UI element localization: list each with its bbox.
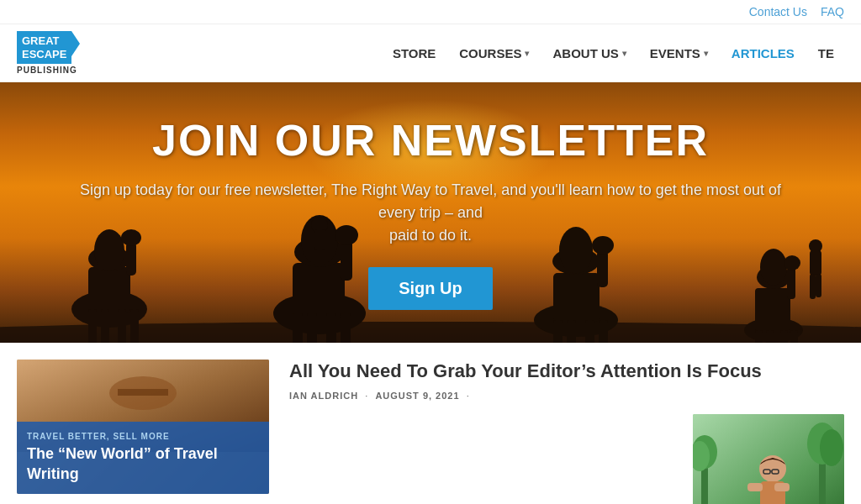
svg-rect-19: [326, 313, 336, 343]
svg-rect-20: [341, 313, 351, 343]
hero-banner: JOIN OUR NEWSLETTER Sign up today for ou…: [0, 82, 861, 343]
article-author: IAN ALDRICH: [289, 391, 358, 401]
svg-rect-44: [810, 250, 821, 276]
nav-te[interactable]: TE: [808, 39, 844, 67]
svg-point-0: [0, 322, 861, 343]
thumbnail-image: [693, 414, 844, 504]
utility-bar: Contact Us FAQ: [0, 0, 861, 24]
featured-article-card[interactable]: TRAVEL BETTER, SELL MORE The “New World”…: [17, 360, 269, 504]
events-chevron-icon: ▾: [704, 49, 708, 58]
featured-article-title: The “New World” of Travel Writing: [27, 444, 259, 484]
about-chevron-icon: ▾: [622, 49, 626, 58]
header: GREAT ESCAPE PUBLISHING STORE COURSES ▾ …: [0, 24, 861, 82]
svg-rect-32: [599, 320, 608, 343]
hero-subtitle: Sign up today for our free newsletter, T…: [69, 179, 792, 247]
nav-store[interactable]: STORE: [383, 39, 446, 67]
article-date: AUGUST 9, 2021: [375, 391, 459, 401]
svg-rect-18: [307, 313, 317, 343]
svg-rect-41: [780, 330, 788, 343]
article-meta: IAN ALDRICH · AUGUST 9, 2021 ·: [289, 391, 844, 401]
contact-link[interactable]: Contact Us: [749, 5, 807, 18]
nav-courses[interactable]: COURSES ▾: [449, 39, 539, 67]
main-article-title[interactable]: All You Need To Grab Your Editor’s Atten…: [289, 360, 844, 384]
svg-rect-39: [755, 330, 763, 343]
hero-title: JOIN OUR NEWSLETTER: [69, 115, 792, 165]
logo-box: GREAT ESCAPE: [17, 31, 71, 64]
logo-line2: ESCAPE: [22, 48, 66, 60]
svg-rect-29: [553, 320, 563, 343]
signup-button[interactable]: Sign Up: [368, 267, 493, 310]
svg-rect-10: [130, 309, 139, 343]
hero-content: JOIN OUR NEWSLETTER Sign up today for ou…: [52, 115, 809, 310]
logo-publishing: PUBLISHING: [17, 66, 77, 75]
nav-events[interactable]: EVENTS ▾: [640, 39, 718, 67]
article-tag: TRAVEL BETTER, SELL MORE: [27, 432, 259, 441]
articles-section: TRAVEL BETTER, SELL MORE The “New World”…: [0, 343, 861, 504]
main-nav: STORE COURSES ▾ ABOUT US ▾ EVENTS ▾ ARTI…: [383, 39, 844, 67]
article-image: TRAVEL BETTER, SELL MORE The “New World”…: [17, 360, 269, 494]
svg-rect-30: [567, 320, 576, 343]
svg-rect-9: [118, 309, 126, 343]
svg-rect-63: [774, 483, 790, 491]
svg-rect-7: [88, 309, 97, 343]
svg-rect-17: [293, 313, 303, 343]
logo-line1: GREAT: [22, 34, 60, 47]
article-overlay: TRAVEL BETTER, SELL MORE The “New World”…: [17, 422, 269, 494]
svg-rect-40: [766, 330, 774, 343]
nav-about[interactable]: ABOUT US ▾: [542, 39, 636, 67]
svg-rect-46: [816, 274, 821, 297]
main-article: All You Need To Grab Your Editor’s Atten…: [289, 360, 844, 504]
courses-chevron-icon: ▾: [525, 49, 529, 58]
svg-rect-45: [810, 274, 816, 299]
svg-rect-8: [101, 309, 109, 343]
article-thumbnail: [693, 414, 844, 504]
nav-articles[interactable]: ARTICLES: [721, 39, 805, 67]
svg-point-56: [820, 429, 843, 466]
logo-area[interactable]: GREAT ESCAPE PUBLISHING: [17, 31, 77, 75]
logo-flag: GREAT ESCAPE: [17, 31, 77, 64]
svg-rect-31: [585, 320, 594, 343]
svg-rect-42: [790, 330, 798, 343]
faq-link[interactable]: FAQ: [821, 5, 844, 18]
svg-rect-49: [118, 389, 168, 396]
svg-rect-62: [747, 483, 763, 491]
